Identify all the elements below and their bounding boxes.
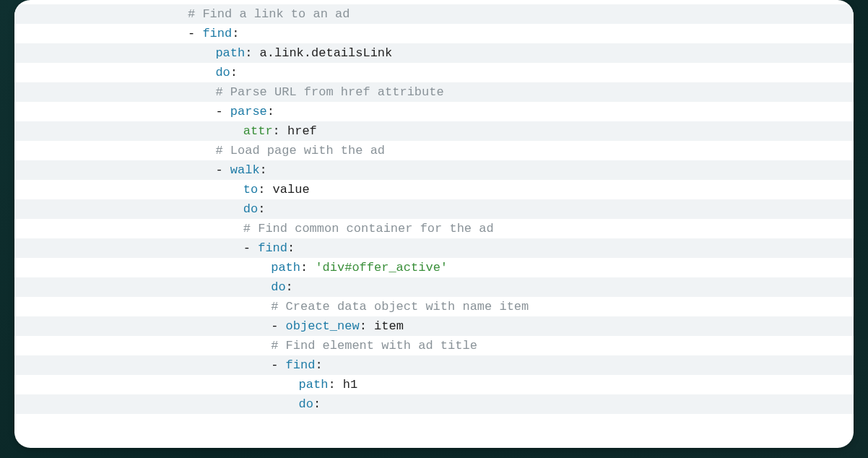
code-token: :	[360, 319, 374, 333]
code-line: to: value	[14, 180, 854, 199]
code-card: # Find a link to an ad- find:path: a.lin…	[14, 0, 854, 448]
code-token: :	[313, 397, 321, 411]
code-line: path: 'div#offer_active'	[14, 258, 854, 277]
code-token: find	[258, 241, 287, 255]
code-line: do:	[14, 277, 854, 297]
code-token: :	[328, 378, 342, 392]
code-token: # Parse URL from href attribute	[215, 85, 443, 99]
code-token: do	[299, 397, 313, 411]
code-token: h1	[343, 378, 357, 392]
code-token: -	[188, 27, 202, 40]
code-token: # Find element with ad title	[271, 339, 477, 353]
code-token: :	[287, 241, 295, 255]
code-line: do:	[14, 394, 854, 414]
code-token: :	[258, 202, 265, 216]
code-token: -	[215, 163, 230, 177]
code-line: - walk:	[14, 160, 854, 180]
code-line: - parse:	[14, 102, 854, 121]
code-token: :	[258, 183, 272, 196]
code-token: value	[273, 183, 310, 196]
code-token: find	[202, 27, 232, 40]
code-token: path	[299, 378, 329, 392]
code-line: - object_new: item	[14, 316, 854, 336]
code-token: :	[232, 27, 239, 40]
code-line: # Find a link to an ad	[14, 4, 854, 24]
code-token: -	[243, 241, 258, 255]
code-token: :	[267, 105, 274, 118]
code-token: item	[374, 319, 404, 333]
code-line: - find:	[14, 355, 854, 375]
code-token: :	[300, 261, 315, 275]
code-line: # Find element with ad title	[14, 336, 854, 355]
code-token: -	[271, 358, 285, 372]
code-token: :	[230, 66, 238, 79]
code-line: attr: href	[14, 121, 854, 141]
code-line: # Load page with the ad	[14, 141, 854, 160]
code-line: do:	[14, 63, 854, 82]
code-token: do	[243, 202, 258, 216]
code-block: # Find a link to an ad- find:path: a.lin…	[14, 0, 854, 433]
code-token: do	[215, 66, 230, 79]
code-token: -	[215, 105, 230, 118]
code-line: - find:	[14, 24, 854, 43]
code-token: 'div#offer_active'	[315, 261, 448, 275]
code-token: find	[286, 358, 316, 372]
code-token: walk	[230, 163, 260, 177]
code-token: -	[271, 319, 285, 333]
code-line: # Parse URL from href attribute	[14, 82, 854, 102]
code-token: href	[287, 124, 317, 138]
code-token: do	[271, 280, 285, 294]
code-token: # Find common container for the ad	[243, 222, 494, 236]
code-token: object_new	[286, 319, 360, 333]
code-line: - find:	[14, 238, 854, 258]
code-token: :	[273, 124, 287, 138]
code-line	[14, 414, 854, 433]
code-token: :	[286, 280, 293, 294]
code-token: # Find a link to an ad	[188, 7, 350, 21]
code-token: path	[271, 261, 300, 275]
code-line: # Create data object with name item	[14, 297, 854, 316]
code-token: # Load page with the ad	[215, 144, 385, 157]
code-token: :	[245, 46, 259, 60]
code-token	[299, 417, 306, 431]
code-line: path: h1	[14, 375, 854, 394]
code-line: do:	[14, 199, 854, 219]
code-token: to	[243, 183, 258, 196]
code-token: # Create data object with name item	[271, 300, 529, 314]
code-token: path	[215, 46, 245, 60]
code-token: attr	[243, 124, 273, 138]
code-line: path: a.link.detailsLink	[14, 43, 854, 63]
code-token: parse	[230, 105, 267, 118]
code-token: :	[260, 163, 267, 177]
code-line: # Find common container for the ad	[14, 219, 854, 238]
code-token: :	[315, 358, 322, 372]
code-token: a.link.detailsLink	[260, 46, 393, 60]
